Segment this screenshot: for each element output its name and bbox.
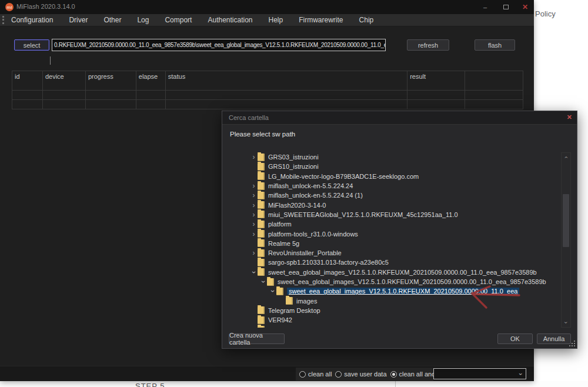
menu-item-authentication[interactable]: Authentication [208,16,252,24]
close-button[interactable]: ✕ [516,0,534,14]
script-dropdown[interactable]: › [433,368,526,379]
background-step-text: STEP 5 [135,382,165,387]
radio-label: save user data [344,371,386,378]
tree-scrollbar[interactable]: › › [561,152,571,328]
radio-unchecked-icon[interactable] [335,371,342,378]
tree-item[interactable]: ›platform-tools_r31.0.0-windows [230,229,559,238]
resize-grip-icon[interactable] [569,341,576,347]
folder-icon [258,154,265,161]
folder-name[interactable]: VER942 [268,316,292,323]
table-cell [85,100,136,109]
folder-name[interactable]: RevoUninstaller_Portable [268,249,342,256]
chevron-collapsed-icon[interactable]: › [250,183,258,189]
tree-item[interactable]: sargo-spb1.210331.013-factory-a23e80c5 [230,258,559,267]
radio-checked-icon[interactable] [390,371,397,378]
ok-button[interactable]: OK [497,333,533,344]
radio-option-save-user-data[interactable]: save user data [335,371,386,378]
tree-item[interactable]: Realme 5g [230,239,559,248]
maximize-icon [503,5,509,9]
folder-icon [258,259,265,266]
folder-icon [258,326,265,328]
menu-item-log[interactable]: Log [137,16,149,24]
menu-item-configuration[interactable]: Configuration [11,16,53,24]
background-bottom-strip: STEP 5 [0,381,588,387]
folder-name[interactable]: Telegram Desktop [268,307,320,314]
chevron-collapsed-icon[interactable]: › [250,154,258,160]
folder-icon [258,316,265,324]
folder-icon [258,201,265,209]
maximize-button[interactable] [497,0,514,14]
menu-item-chip[interactable]: Chip [359,16,374,24]
chevron-collapsed-icon[interactable]: › [250,212,258,218]
folder-icon [258,239,265,247]
folder-name[interactable]: sweet_eea_global_images_V12.5.1.0.RKFEUX… [268,269,537,276]
tree-item[interactable] [230,325,559,328]
menu-item-firmwarewrite[interactable]: Firmwarewrite [299,16,343,24]
tree-item[interactable]: ›miflash_unlock-en-5.5.224.24 (1) [230,191,559,200]
refresh-button[interactable]: refresh [407,39,449,51]
tree-item[interactable]: VER942 [230,315,559,325]
select-button[interactable]: select [14,39,49,51]
folder-name[interactable]: GRS03_istruzioni [268,154,319,161]
firmware-path-input[interactable]: 0.RKFEUXM_20210509.0000.00_11.0_eea_9857… [52,39,386,51]
table-cell [136,91,165,100]
folder-name[interactable]: platform-tools_r31.0.0-windows [268,231,358,238]
menu-item-comport[interactable]: Comport [165,16,192,24]
tree-item[interactable]: ›miflash_unlock-en-5.5.224.24 [230,181,559,191]
chevron-expanded-icon[interactable]: › [270,288,276,295]
menu-item-help[interactable]: Help [269,16,283,24]
chevron-collapsed-icon[interactable]: › [250,221,258,227]
scrollbar-thumb[interactable] [563,194,569,247]
folder-name[interactable]: GRS10_istruzioni [268,163,319,170]
folder-name[interactable]: platform [268,221,292,228]
tree-item[interactable]: ›platform [230,219,559,229]
folder-name[interactable]: images [296,298,317,305]
dialog-prompt: Please select sw path [230,131,295,138]
table-cell [12,100,43,109]
flash-button[interactable]: flash [475,39,515,51]
column-header-id: id [12,71,43,91]
table-cell [85,91,136,100]
tree-item[interactable]: ›sweet_eea_global_images_V12.5.1.0.RKFEU… [230,268,559,277]
radio-option-clean-all[interactable]: clean all [299,371,332,378]
table-cell [136,100,165,109]
new-folder-button[interactable]: Crea nuova cartella [229,333,285,344]
chevron-collapsed-icon[interactable]: › [250,250,258,256]
cancel-button[interactable]: Annulla [537,333,571,344]
tree-item[interactable]: ›MiFlash2020-3-14-0 [230,200,559,209]
table-cell [407,100,465,109]
folder-name[interactable]: miflash_unlock-en-5.5.224.24 (1) [268,192,363,199]
tree-item[interactable]: LG_Mobile-vector-logo-B79B3ADC1E-seeklog… [230,172,559,181]
minimize-button[interactable]: – [476,0,494,14]
tree-item[interactable]: ›GRS03_istruzioni [230,152,559,162]
chevron-expanded-icon[interactable]: › [260,278,266,286]
folder-name[interactable]: sargo-spb1.210331.013-factory-a23e80c5 [268,259,389,266]
radio-unchecked-icon[interactable] [299,371,306,378]
device-table: iddeviceprogresselapsestatusresult [12,71,523,109]
tree-item[interactable]: ›miui_SWEETEEAGlobal_V12.5.1.0.RKFEUXM_4… [230,210,559,219]
chevron-collapsed-icon[interactable]: › [250,231,258,237]
folder-icon [258,306,265,314]
menu-item-driver[interactable]: Driver [69,16,88,24]
chevron-collapsed-icon[interactable]: › [250,192,258,198]
folder-name[interactable]: MiFlash2020-3-14-0 [268,202,326,209]
chevron-expanded-icon[interactable]: › [251,268,257,276]
table-cell [465,100,523,109]
folder-icon [258,192,265,199]
table-cell [165,100,407,109]
dialog-close-button[interactable]: ✕ [567,114,572,121]
tree-item[interactable]: GRS10_istruzioni [230,162,559,171]
tree-item[interactable]: ›RevoUninstaller_Portable [230,248,559,258]
folder-name[interactable]: Realme 5g [268,240,299,247]
folder-name[interactable]: miui_SWEETEEAGlobal_V12.5.1.0.RKFEUXM_45… [268,211,458,218]
table-cell [42,100,85,109]
folder-name[interactable]: LG_Mobile-vector-logo-B79B3ADC1E-seeklog… [268,173,419,180]
folder-name[interactable]: miflash_unlock-en-5.5.224.24 [268,182,353,189]
scroll-up-icon[interactable]: › [562,153,570,162]
background-policy-text: Policy [535,9,556,18]
cursor-tick [50,56,51,65]
chevron-collapsed-icon[interactable]: › [250,202,258,208]
window-title: MiFlash 2020.3.14.0 [16,3,75,10]
menu-item-other[interactable]: Other [103,16,121,24]
scroll-down-icon[interactable]: › [562,318,570,327]
